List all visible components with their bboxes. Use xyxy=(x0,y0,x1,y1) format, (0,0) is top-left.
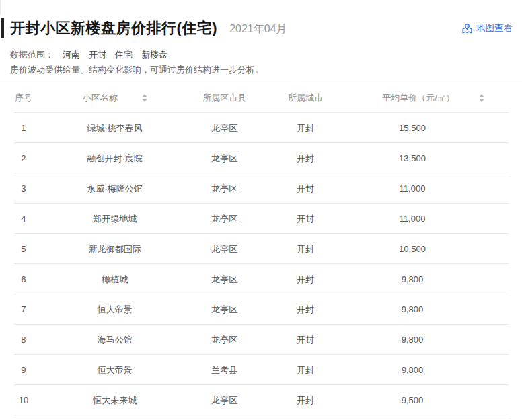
row-seq: 1 xyxy=(0,123,47,133)
row-price: 13,500 xyxy=(344,153,480,163)
column-header-price[interactable]: 平均单价（元/㎡） xyxy=(344,92,522,104)
row-district: 龙亭区 xyxy=(183,334,266,346)
row-price: 11,000 xyxy=(344,214,480,224)
column-header-city: 所属城市 xyxy=(266,92,344,104)
row-seq: 9 xyxy=(0,365,47,375)
scope-item-category: 新楼盘 xyxy=(141,50,167,60)
price-ranking-table: 序号 小区名称 所属区市县 所属城市 平均单价（元/㎡） 1 绿城·桃李春风 龙… xyxy=(0,83,522,415)
scope-item-city: 开封 xyxy=(89,50,106,60)
row-seq: 6 xyxy=(0,274,47,284)
row-city: 开封 xyxy=(266,183,344,195)
row-community-name: 永威·梅隆公馆 xyxy=(47,183,183,195)
sort-icon-name[interactable] xyxy=(142,94,147,102)
row-district: 龙亭区 xyxy=(183,122,266,134)
row-district: 兰考县 xyxy=(183,364,266,376)
row-seq: 2 xyxy=(0,153,47,163)
row-district: 龙亭区 xyxy=(183,213,266,225)
row-community-name: 郑开绿地城 xyxy=(47,213,183,225)
row-price: 9,800 xyxy=(344,304,480,314)
row-district: 龙亭区 xyxy=(183,153,266,165)
row-community-name: 绿城·桃李春风 xyxy=(47,122,183,134)
row-price: 9,800 xyxy=(344,335,480,345)
row-city: 开封 xyxy=(266,274,344,286)
row-community-name: 海马公馆 xyxy=(47,334,183,346)
map-pin-icon xyxy=(461,23,473,34)
row-price: 9,800 xyxy=(344,274,480,284)
column-header-name[interactable]: 小区名称 xyxy=(47,92,183,104)
row-price: 9,800 xyxy=(344,365,480,375)
column-header-seq: 序号 xyxy=(0,92,47,104)
table-row: 8 海马公馆 龙亭区 开封 9,800 xyxy=(0,325,522,355)
table-row: 4 郑开绿地城 龙亭区 开封 11,000 xyxy=(0,204,522,234)
row-price: 15,500 xyxy=(344,123,480,133)
column-header-district: 所属区市县 xyxy=(183,92,266,104)
row-district: 龙亭区 xyxy=(183,394,266,407)
row-city: 开封 xyxy=(266,153,344,165)
row-city: 开封 xyxy=(266,122,344,134)
row-community-name: 恒大未来城 xyxy=(47,394,183,407)
scope-item-province: 河南 xyxy=(63,50,80,60)
sort-icon-price[interactable] xyxy=(479,94,484,102)
title-accent-bar xyxy=(1,18,4,38)
data-scope-line: 数据范围：河南开封住宅新楼盘 xyxy=(10,50,522,60)
column-header-name-label: 小区名称 xyxy=(83,92,118,104)
row-price: 9,500 xyxy=(344,395,480,405)
row-community-name: 新龙御都国际 xyxy=(47,243,183,255)
row-district: 龙亭区 xyxy=(183,274,266,286)
analysis-note: 房价波动受供给量、结构变化影响，可通过房价结构进一步分析。 xyxy=(10,65,522,75)
table-row: 3 永威·梅隆公馆 龙亭区 开封 11,000 xyxy=(0,173,522,204)
table-row: 1 绿城·桃李春风 龙亭区 开封 15,500 xyxy=(0,113,522,143)
row-city: 开封 xyxy=(266,394,344,407)
row-city: 开封 xyxy=(266,243,344,255)
map-view-label: 地图查看 xyxy=(476,22,513,34)
row-city: 开封 xyxy=(266,213,344,225)
table-row: 5 新龙御都国际 龙亭区 开封 10,500 xyxy=(0,234,522,264)
scope-label: 数据范围： xyxy=(10,50,54,60)
row-district: 龙亭区 xyxy=(183,183,266,195)
row-district: 龙亭区 xyxy=(183,304,266,316)
row-price: 10,500 xyxy=(344,244,480,254)
report-date: 2021年04月 xyxy=(229,22,287,36)
scope-item-type: 住宅 xyxy=(115,50,133,60)
map-view-link[interactable]: 地图查看 xyxy=(461,22,513,34)
row-city: 开封 xyxy=(266,304,344,316)
row-seq: 10 xyxy=(0,395,47,405)
row-seq: 5 xyxy=(0,244,47,254)
row-community-name: 恒大帝景 xyxy=(47,304,183,316)
row-seq: 8 xyxy=(0,335,47,345)
table-header-row: 序号 小区名称 所属区市县 所属城市 平均单价（元/㎡） xyxy=(0,83,522,113)
page-edge xyxy=(0,0,1,15)
row-seq: 4 xyxy=(0,214,47,224)
row-price: 11,000 xyxy=(344,183,480,194)
row-community-name: 橄榄城 xyxy=(47,274,183,286)
row-city: 开封 xyxy=(266,334,344,346)
table-row: 6 橄榄城 龙亭区 开封 9,800 xyxy=(0,264,522,294)
table-row: 2 融创开封·宸院 龙亭区 开封 13,500 xyxy=(0,143,522,173)
table-row: 10 恒大未来城 龙亭区 开封 9,500 xyxy=(0,385,522,415)
row-community-name: 融创开封·宸院 xyxy=(47,153,183,165)
row-community-name: 恒大帝景 xyxy=(47,364,183,376)
row-district: 龙亭区 xyxy=(183,243,266,255)
column-header-price-label: 平均单价（元/㎡） xyxy=(382,92,455,104)
page-title: 开封小区新楼盘房价排行(住宅) xyxy=(10,18,217,38)
row-city: 开封 xyxy=(266,364,344,376)
table-row: 9 恒大帝景 兰考县 开封 9,800 xyxy=(0,355,522,385)
table-row: 7 恒大帝景 龙亭区 开封 9,800 xyxy=(0,294,522,325)
page-header: 开封小区新楼盘房价排行(住宅) 2021年04月 地图查看 xyxy=(0,0,522,39)
row-seq: 3 xyxy=(0,183,47,194)
row-seq: 7 xyxy=(0,304,47,314)
